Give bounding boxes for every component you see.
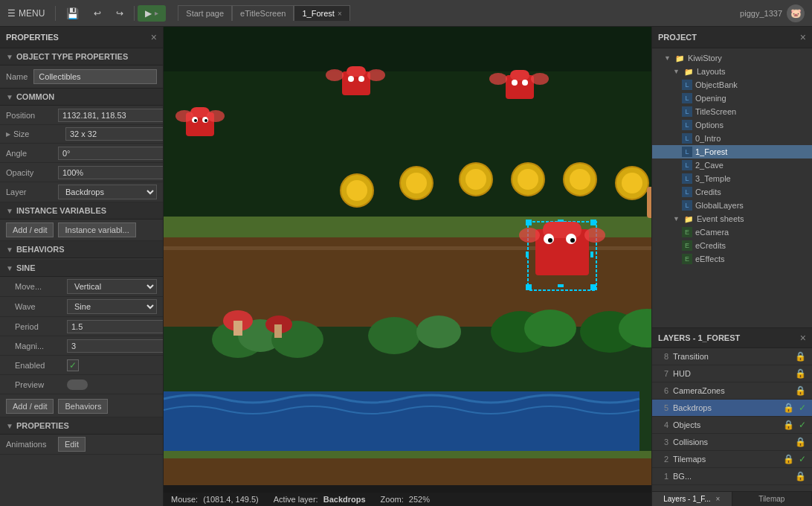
tab-1forest-close[interactable]: ×: [338, 10, 342, 18]
size-row: ▶ Size: [0, 125, 163, 144]
layer-7-lock-icon[interactable]: 🔒: [795, 368, 806, 379]
layer-hud[interactable]: 7 HUD 🔒: [652, 365, 812, 382]
tree-credits[interactable]: L Credits: [652, 185, 812, 199]
layer-4-eye-icon[interactable]: ✓: [799, 420, 806, 430]
preview-toggle[interactable]: [67, 380, 88, 390]
layer-collisions[interactable]: 3 Collisions 🔒: [652, 434, 812, 451]
tab-1forest[interactable]: 1_Forest ×: [294, 5, 349, 21]
object-type-section[interactable]: ▼ OBJECT TYPE PROPERTIES: [0, 48, 163, 65]
redo-button[interactable]: ↪: [109, 5, 131, 22]
layer-backdrops[interactable]: 5 Backdrops 🔒 ✓: [652, 400, 812, 417]
layer-tilemaps[interactable]: 2 Tilemaps 🔒 ✓: [652, 451, 812, 468]
sine-header[interactable]: ▼ SINE: [0, 260, 163, 277]
tree-ecredits[interactable]: E eCredits: [652, 239, 812, 252]
tree-3temple[interactable]: L 3_Temple: [652, 172, 812, 185]
tree-eeffects[interactable]: E eEffects: [652, 252, 812, 266]
opacity-input[interactable]: [58, 166, 164, 179]
behaviors-add-edit-button[interactable]: Add / edit: [6, 399, 54, 414]
tree-globallayers[interactable]: L GlobalLayers: [652, 199, 812, 212]
canvas-area[interactable]: Mouse: (1081.4, 149.5) Active layer: Bac…: [164, 27, 651, 506]
tree-1forest[interactable]: L 1_Forest: [652, 145, 812, 158]
name-input[interactable]: [33, 69, 157, 84]
behaviors-btn[interactable]: Behaviors: [58, 399, 108, 414]
position-input[interactable]: [58, 109, 164, 122]
layer-5-eye-icon[interactable]: ✓: [799, 403, 806, 413]
menu-button[interactable]: ☰ MENU: [0, 5, 52, 22]
layer-2-eye-icon[interactable]: ✓: [799, 454, 806, 464]
layer-6-lock-icon[interactable]: 🔒: [795, 385, 806, 396]
play-icon: ▶: [145, 8, 152, 19]
layer-3-num: 3: [658, 438, 668, 446]
layer-4-lock-icon[interactable]: 🔒: [783, 420, 794, 430]
enabled-checkbox[interactable]: ✓: [67, 359, 79, 371]
eventsheets-arrow: ▼: [673, 215, 680, 222]
tree-opening[interactable]: L Opening: [652, 92, 812, 105]
layer-5-lock-icon[interactable]: 🔒: [783, 403, 794, 413]
layer-camerazones[interactable]: 6 CameraZones 🔒: [652, 382, 812, 400]
tree-0intro[interactable]: L 0_Intro: [652, 132, 812, 145]
globallayers-icon: L: [682, 200, 692, 211]
layers-panel-close[interactable]: ×: [800, 332, 806, 344]
play-button[interactable]: ▶ ▸: [138, 5, 166, 22]
instance-vars-section[interactable]: ▼ INSTANCE VARIABLES: [0, 202, 163, 220]
position-label: Position: [6, 111, 58, 120]
svg-point-47: [367, 69, 385, 81]
size-triangle[interactable]: ▶: [6, 131, 10, 138]
layer-select[interactable]: Backdrops: [58, 185, 157, 199]
properties-sub-section[interactable]: ▼ PROPERTIES: [0, 417, 163, 435]
tab-etitlescreen[interactable]: eTitleScreen: [232, 5, 294, 21]
animations-edit-button[interactable]: Edit: [58, 437, 86, 452]
tab-startpage[interactable]: Start page: [178, 5, 232, 21]
magni-input[interactable]: [67, 339, 164, 353]
common-section[interactable]: ▼ COMMON: [0, 89, 163, 106]
layers-panel-title: LAYERS - 1_FOREST: [658, 333, 740, 342]
tree-titlescreen[interactable]: L TitleScreen: [652, 105, 812, 118]
zoom-value: 252%: [409, 495, 430, 504]
svg-point-41: [207, 110, 225, 122]
layers-tab-tilemap[interactable]: Tilemap: [732, 492, 813, 506]
object-type-header: OBJECT TYPE PROPERTIES: [16, 52, 128, 61]
size-input[interactable]: [65, 127, 164, 141]
layer-6-name: CameraZones: [673, 386, 790, 395]
layouts-folder-icon: 📁: [683, 66, 694, 77]
tree-ecamera[interactable]: E eCamera: [652, 225, 812, 239]
project-close[interactable]: ×: [800, 31, 806, 43]
svg-point-20: [518, 169, 538, 190]
tree-objectbank[interactable]: L ObjectBank: [652, 78, 812, 92]
properties-close[interactable]: ×: [151, 31, 157, 43]
instance-var-button[interactable]: Instance variabl...: [58, 222, 135, 237]
tree-kiwistory[interactable]: ▼ 📁 KiwiStory: [652, 51, 812, 65]
layers-tab-1forest[interactable]: Layers - 1_F... ×: [652, 492, 732, 506]
layers-tab1-close[interactable]: ×: [715, 495, 720, 503]
move-select[interactable]: Vertical: [67, 279, 157, 294]
layer-objects[interactable]: 4 Objects 🔒 ✓: [652, 417, 812, 434]
opacity-row: Opacity: [0, 163, 163, 182]
layer-8-lock-icon[interactable]: 🔒: [795, 351, 806, 362]
layer-transition[interactable]: 8 Transition 🔒: [652, 348, 812, 365]
tree-2cave[interactable]: L 2_Cave: [652, 158, 812, 172]
tree-eventsheets[interactable]: ▼ 📁 Event sheets: [652, 212, 812, 225]
username: piggy_1337: [740, 9, 782, 18]
layer-8-num: 8: [658, 352, 668, 361]
project-tree: ▼ 📁 KiwiStory ▼ 📁 Layouts L ObjectBank L…: [652, 48, 812, 327]
angle-input[interactable]: [58, 147, 164, 160]
layer-bg[interactable]: 1 BG... 🔒: [652, 468, 812, 485]
tree-layouts[interactable]: ▼ 📁 Layouts: [652, 65, 812, 78]
undo-button[interactable]: ↩: [86, 5, 109, 22]
layer-1-lock-icon[interactable]: 🔒: [795, 471, 806, 481]
layer-2-lock-icon[interactable]: 🔒: [783, 454, 794, 464]
layer-3-lock-icon[interactable]: 🔒: [795, 437, 806, 447]
behaviors-section[interactable]: ▼ BEHAVIORS: [0, 241, 163, 258]
3temple-icon: L: [682, 173, 692, 184]
save-button[interactable]: 💾: [59, 4, 86, 22]
mouse-label-text: Mouse:: [171, 495, 198, 504]
project-panel-header: PROJECT ×: [652, 27, 812, 48]
layer-2-name: Tilemaps: [673, 455, 779, 464]
menu-icon: ☰: [7, 8, 16, 19]
layer-5-name: Backdrops: [673, 403, 779, 412]
tree-options[interactable]: L Options: [652, 118, 812, 132]
behaviors-action-row: Add / edit Behaviors: [0, 396, 163, 417]
instance-add-edit-button[interactable]: Add / edit: [6, 222, 54, 237]
wave-select[interactable]: Sine: [67, 299, 157, 314]
period-input[interactable]: [67, 320, 164, 333]
